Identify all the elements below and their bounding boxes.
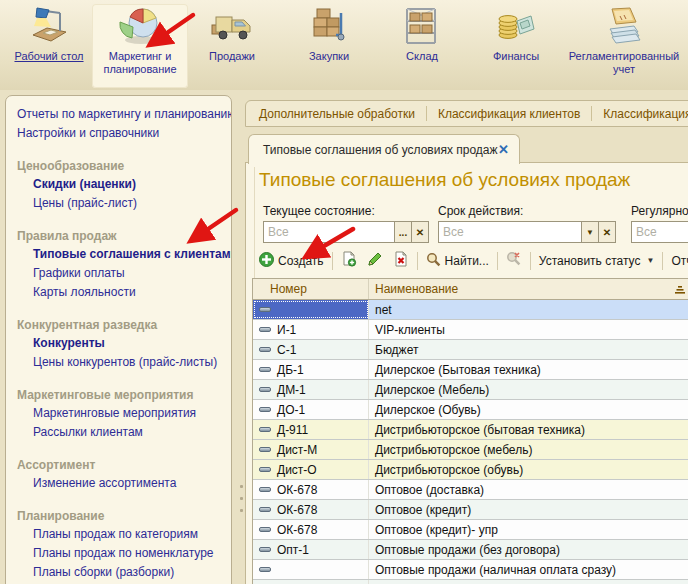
pie-icon [92, 4, 188, 50]
table-row[interactable]: ОК-678Оптовое (кредит) [253, 500, 688, 520]
filter-input[interactable]: Все [631, 221, 688, 243]
tabstrip-item-3[interactable]: Классификация номе [603, 107, 688, 121]
number-text: Д-911 [277, 423, 308, 437]
edit-button[interactable] [362, 249, 388, 272]
find-button[interactable]: Найти... [421, 250, 494, 272]
table-header: Номер Наименование [253, 279, 688, 300]
cell-name: Оптовые продажи (без договора) [369, 540, 688, 559]
sidebar-item[interactable]: Цены (прайс-лист) [33, 194, 227, 213]
agreement-status-icon [259, 547, 271, 552]
sidebar-item[interactable]: Конкуренты [33, 334, 227, 353]
sidebar-item[interactable]: Настройки и справочники [17, 124, 227, 143]
agreement-status-icon [259, 407, 271, 412]
grip-dot [240, 497, 243, 500]
table-row[interactable]: Д-911Дистрибьюторское (бытовая техника) [253, 420, 688, 440]
filter-input[interactable]: Все [263, 221, 395, 243]
close-icon[interactable]: ✕ [498, 142, 509, 157]
filter-field: Все...✕ [263, 221, 429, 243]
table-row[interactable]: Дист-ОДистрибьюторское (обувь) [253, 460, 688, 480]
table-row[interactable]: ДБ-1Дилерское (Бытовая техника) [253, 360, 688, 380]
table-row[interactable]: Дист-МДистрибьюторское (мебель) [253, 440, 688, 460]
coins-icon [476, 4, 556, 50]
cell-name: VIP-клиенты [369, 320, 688, 339]
cell-number: ДО-1 [253, 400, 369, 419]
cell-number: ОК-678 [253, 480, 369, 499]
sidebar-item[interactable]: Скидки (наценки) [33, 175, 227, 194]
tabstrip-separator [426, 106, 427, 121]
top-nav-item-2[interactable]: Маркетинг и планирование [92, 4, 188, 88]
agreement-status-icon [259, 467, 271, 472]
sidebar-item[interactable]: Планы сборки (разборки) [33, 563, 227, 582]
table-row[interactable]: И-1VIP-клиенты [253, 320, 688, 340]
filter-ellipsis-button[interactable]: ... [395, 221, 412, 243]
agreement-status-icon [259, 367, 271, 372]
document-tab-label: Типовые соглашения об условиях продаж [263, 143, 498, 157]
table-row[interactable]: ОК-678Оптовое (кредит)- упр [253, 520, 688, 540]
copy-button[interactable] [336, 249, 362, 272]
top-nav-label: Продажи [194, 50, 270, 63]
sidebar-item[interactable]: Графики оплаты [33, 264, 227, 283]
agreement-status-icon [259, 427, 271, 432]
sidebar-item[interactable]: Цены конкурентов (прайс-листы) [33, 353, 227, 372]
cell-number: С-1 [253, 340, 369, 359]
top-nav-item-4[interactable]: Закупки [288, 4, 370, 88]
agreements-table: Номер Наименование netИ-1VIP-клиентыС-1Б… [252, 278, 688, 584]
table-row[interactable]: ДМ-1Дилерское (Мебель) [253, 380, 688, 400]
sidebar-section-header: Ценообразование [17, 157, 227, 175]
table-row[interactable]: net [253, 300, 688, 320]
top-nav-label: Финансы [476, 50, 556, 63]
create-button[interactable]: Создать [254, 250, 329, 272]
set-status-label: Установить статус [539, 254, 641, 268]
clear-search-button[interactable] [501, 249, 527, 272]
panel-splitter[interactable] [240, 476, 243, 521]
sidebar-item[interactable]: Планы продаж по номенклатуре [33, 544, 227, 563]
top-nav-item-6[interactable]: Финансы [476, 4, 556, 88]
tabstrip-item-2[interactable]: Классификация клиентов [438, 107, 580, 121]
desk-icon [8, 4, 90, 50]
reports-button[interactable]: Отчеты ▼ [666, 252, 688, 270]
table-row[interactable]: ОК-678Оптовое (доставка) [253, 480, 688, 500]
number-text: Дист-О [277, 463, 317, 477]
top-nav-label: Склад [386, 50, 458, 63]
agreement-status-icon [259, 527, 271, 532]
cell-number: ДБ-1 [253, 360, 369, 379]
grip-dot [240, 509, 243, 512]
table-row[interactable]: Опт-1Оптовые продажи (без договора) [253, 540, 688, 560]
sidebar-item[interactable]: Карты лояльности [33, 283, 227, 302]
sidebar-item-active[interactable]: Типовые соглашения с клиентами [33, 245, 227, 264]
sidebar-item[interactable]: Маркетинговые мероприятия [33, 404, 227, 423]
toolbar-separator [530, 252, 531, 270]
delete-button[interactable] [388, 249, 414, 272]
top-nav-item-5[interactable]: Склад [386, 4, 458, 88]
table-row[interactable]: Оптовые продажи (наличная оплата сразу) [253, 560, 688, 580]
filter-dropdown-button[interactable]: ▼ [582, 221, 599, 243]
sidebar-item[interactable]: Отчеты по маркетингу и планированию [17, 105, 227, 124]
number-text: ОК-678 [277, 503, 317, 517]
column-header-name[interactable]: Наименование [369, 279, 688, 299]
sort-icon[interactable] [674, 284, 686, 298]
filter-input[interactable]: Все [438, 221, 582, 243]
set-status-button[interactable]: Установить статус ▼ [534, 252, 660, 270]
sidebar-section-header: Конкурентная разведка [17, 316, 227, 334]
cell-name: net [369, 300, 688, 319]
sidebar-section-header: Планирование [17, 507, 227, 525]
filter-clear-button[interactable]: ✕ [599, 221, 616, 243]
top-nav-item-3[interactable]: Продажи [194, 4, 270, 88]
cell-name: Дистрибьюторское (обувь) [369, 460, 688, 479]
filter-label: Регулярнос [631, 204, 688, 218]
table-row[interactable]: С-1Бюджет [253, 340, 688, 360]
sidebar-section-header: Ассортимент [17, 456, 227, 474]
column-header-number[interactable]: Номер [253, 279, 369, 299]
sidebar-item[interactable]: Планы продаж по категориям [33, 525, 227, 544]
top-nav-item-7[interactable]: Регламентированный учет [560, 4, 688, 88]
top-nav-item-1[interactable]: Рабочий стол [8, 4, 90, 88]
tabstrip-item-1[interactable]: Дополнительные обработки [259, 107, 415, 121]
sidebar-item[interactable]: Рассылки клиентам [33, 423, 227, 442]
top-nav-label: Закупки [288, 50, 370, 63]
document-tab[interactable]: Типовые соглашения об условиях продаж ✕ [248, 134, 520, 164]
filter-clear-button[interactable]: ✕ [412, 221, 429, 243]
table-row[interactable]: ДО-1Дилерское (Обувь) [253, 400, 688, 420]
cell-number: Д-911 [253, 420, 369, 439]
sidebar-item[interactable]: Изменение ассортимента [33, 474, 227, 493]
table-row[interactable]: Опт-3Оптовые продажи (отгрузка без резер… [253, 580, 688, 584]
